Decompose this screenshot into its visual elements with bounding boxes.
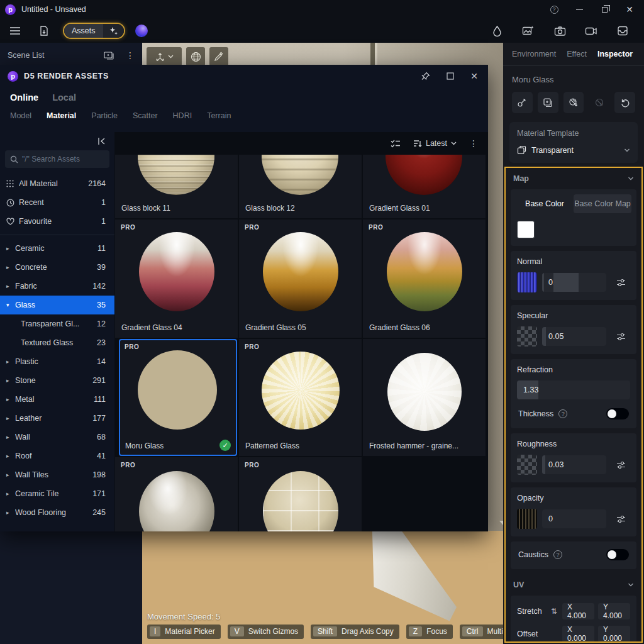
pin-icon[interactable] [421, 72, 430, 81]
assets-button[interactable]: Assets [63, 23, 125, 39]
category-fabric[interactable]: ▸Fabric142 [0, 277, 114, 296]
stretch-link-icon[interactable]: ⇅ [550, 607, 558, 616]
opacity-map-thumbnail[interactable] [517, 509, 537, 529]
close-button[interactable]: ✕ [625, 5, 634, 14]
filter-favourite[interactable]: Favourite 1 [0, 212, 114, 231]
collapse-sidebar-icon[interactable] [97, 137, 106, 145]
specular-value-input[interactable]: 0.05 [542, 327, 606, 346]
video-camera-icon[interactable] [584, 23, 599, 38]
filter-list-icon[interactable] [391, 140, 401, 148]
tile-patterned-glass[interactable]: PRO Patterned Glass [239, 339, 362, 456]
close-window-icon[interactable]: ✕ [470, 71, 478, 81]
sort-label[interactable]: Latest [426, 139, 447, 148]
help-icon[interactable]: ? [550, 5, 558, 14]
search-assets-input[interactable] [22, 155, 97, 164]
tab-local[interactable]: Local [52, 92, 76, 103]
sort-dropdown[interactable]: Latest [413, 139, 457, 148]
normal-value-input[interactable]: 0.3 [542, 273, 606, 292]
uv-section-header[interactable]: UV [506, 574, 641, 596]
tile-gradient-glass-05[interactable]: PRO Gradient Glass 05 [239, 219, 362, 338]
assets-sparkle-icon[interactable] [103, 24, 124, 38]
eyedropper-button[interactable] [209, 47, 228, 66]
tile-frosted-hammer[interactable]: Frosted hammer - graine... [363, 339, 486, 456]
camera-icon[interactable] [552, 23, 567, 38]
specular-adjust-icon[interactable] [611, 327, 630, 346]
opacity-adjust-icon[interactable] [611, 509, 630, 528]
caustics-help-icon[interactable]: ? [553, 550, 562, 559]
thickness-help-icon[interactable]: ? [558, 409, 567, 418]
roughness-adjust-icon[interactable] [611, 455, 630, 474]
tab-inspector[interactable]: Inspector [597, 50, 633, 58]
tab-environment[interactable]: Environment [512, 50, 556, 58]
opacity-value-input[interactable]: 0 [542, 509, 606, 528]
specular-map-thumbnail[interactable] [517, 326, 537, 347]
category-wall-tiles[interactable]: ▸Wall Tiles198 [0, 465, 114, 484]
tile-moru-glass-selected[interactable]: PRO ✓ Moru Glass [119, 339, 237, 456]
category-stone[interactable]: ▸Stone291 [0, 371, 114, 390]
category-glass-selected[interactable]: ▾Glass35 [0, 296, 114, 314]
category-ceramic[interactable]: ▸Ceramic11 [0, 239, 114, 258]
caustics-toggle[interactable] [606, 549, 629, 560]
grid-more-icon[interactable]: ⋮ [469, 138, 478, 148]
offset-x-input[interactable]: X 0.000 [562, 626, 594, 642]
category-roof[interactable]: ▸Roof41 [0, 447, 114, 465]
menu-icon[interactable] [8, 23, 23, 38]
normal-map-thumbnail[interactable] [517, 272, 537, 292]
map-section-header[interactable]: Map [506, 168, 641, 189]
scene-list-more-icon[interactable]: ⋮ [126, 50, 135, 60]
refraction-value-input[interactable]: 1.33 [517, 380, 630, 399]
category-ceramic-tile[interactable]: ▸Ceramic Tile171 [0, 484, 114, 503]
tab-effect[interactable]: Effect [567, 50, 587, 58]
tile-partial-2[interactable]: PRO [239, 457, 362, 531]
material-picker-button[interactable] [512, 92, 533, 113]
offset-y-input[interactable]: Y 0.000 [598, 626, 630, 642]
restore-button[interactable] [600, 5, 609, 14]
duplicate-material-button[interactable] [538, 92, 558, 113]
tile-gradient-glass-01[interactable]: Gradient Glass 01 [363, 155, 486, 218]
globe-button[interactable] [186, 47, 205, 66]
subcategory-textured-glass[interactable]: Textured Glass23 [0, 333, 114, 352]
filter-recent[interactable]: Recent 1 [0, 193, 114, 212]
filter-all-material[interactable]: All Material 2164 [0, 174, 114, 193]
tile-partial-1[interactable]: PRO [115, 457, 238, 531]
move-gizmo-button[interactable] [147, 47, 182, 66]
stretch-y-input[interactable]: Y 4.000 [598, 603, 630, 619]
base-color-swatch[interactable] [517, 221, 535, 238]
subcategory-transparent-glass[interactable]: Transparent Gl...12 [0, 314, 114, 333]
water-drop-icon[interactable] [489, 23, 504, 38]
tab-terrain[interactable]: Terrain [207, 111, 231, 120]
roughness-value-input[interactable]: 0.03 [542, 455, 606, 474]
roughness-map-thumbnail[interactable] [517, 455, 537, 475]
add-scene-icon[interactable] [104, 51, 114, 60]
category-leather[interactable]: ▸Leather177 [0, 409, 114, 428]
tab-base-color-map[interactable]: Base Color Map [574, 194, 631, 213]
maximize-icon[interactable] [447, 72, 454, 80]
tab-online[interactable]: Online [10, 92, 38, 103]
tab-hdri[interactable]: HDRI [173, 111, 192, 120]
category-wood-flooring[interactable]: ▸Wood Flooring245 [0, 503, 114, 522]
tile-gradient-glass-06[interactable]: PRO Gradient Glass 06 [363, 219, 486, 338]
thickness-toggle[interactable] [606, 408, 629, 419]
category-concrete[interactable]: ▸Concrete39 [0, 258, 114, 277]
ai-orb-icon[interactable] [135, 25, 148, 37]
category-plastic[interactable]: ▸Plastic14 [0, 352, 114, 371]
reset-material-button[interactable] [614, 92, 635, 113]
minimize-button[interactable] [575, 5, 584, 14]
replace-material-button[interactable] [564, 92, 584, 113]
assets-button-label[interactable]: Assets [64, 24, 103, 38]
tile-glass-block-12[interactable]: Glass block 12 [239, 155, 362, 218]
search-assets-box[interactable] [5, 150, 109, 168]
tile-gradient-glass-04[interactable]: PRO Gradient Glass 04 [115, 219, 238, 338]
tab-particle[interactable]: Particle [91, 111, 118, 120]
stretch-x-input[interactable]: X 4.000 [562, 603, 594, 619]
tab-scatter[interactable]: Scatter [133, 111, 158, 120]
tab-material[interactable]: Material [47, 111, 76, 120]
tile-glass-block-11[interactable]: Glass block 11 [115, 155, 238, 218]
category-metal[interactable]: ▸Metal111 [0, 390, 114, 409]
library-tray-icon[interactable] [615, 23, 630, 38]
category-wall[interactable]: ▸Wall68 [0, 428, 114, 447]
normal-adjust-icon[interactable] [611, 273, 630, 292]
render-image-icon[interactable] [521, 23, 536, 38]
tab-model[interactable]: Model [10, 111, 31, 120]
material-template-card[interactable]: Material Template Transparent [509, 122, 638, 163]
